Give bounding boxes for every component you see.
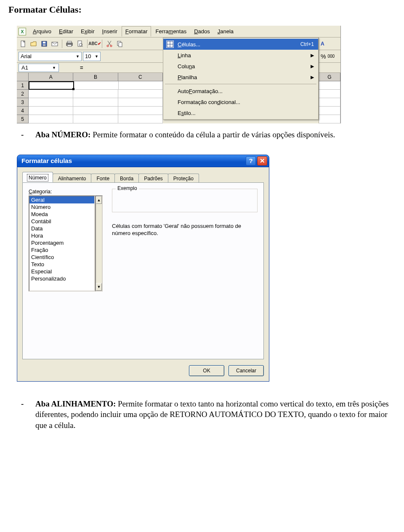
menu-janela[interactable]: Janela [214,27,237,36]
cell[interactable] [118,115,163,123]
font-size-combo[interactable]: 10▼ [83,52,101,61]
scroll-up-icon[interactable]: ▲ [96,196,102,204]
tab-padroes[interactable]: Padrões [138,174,168,183]
print-icon[interactable] [65,39,74,48]
dd-autoformatacao[interactable]: AutoFormatação... [163,86,318,96]
cell[interactable] [29,115,73,123]
ok-button[interactable]: OK [189,365,224,376]
dd-condicional[interactable]: Formatação condicional... [163,96,318,107]
list-item[interactable]: Texto [29,261,94,268]
dd-estilo[interactable]: Estilo... [163,107,318,118]
cell-a1[interactable] [29,81,74,90]
spellcheck-icon[interactable]: ABC✔ [90,39,99,48]
tab-numero[interactable]: Número [22,172,53,182]
spreadsheet-grid[interactable]: A B C 1 2 3 4 5 [17,73,163,123]
list-item[interactable]: Especial [29,268,94,275]
menu-arquivo[interactable]: Arquivo [29,27,55,36]
new-icon[interactable] [19,39,28,48]
cell[interactable] [73,90,118,98]
open-icon[interactable] [29,39,38,48]
cell[interactable] [319,81,340,90]
copy-icon[interactable] [115,39,125,48]
save-icon[interactable] [40,39,49,48]
cell[interactable] [319,107,340,115]
name-box[interactable]: A1▼ [19,64,59,72]
row-header[interactable]: 2 [17,90,29,98]
category-listbox[interactable]: Geral Número Moeda Contábil Data Hora Po… [29,195,95,291]
svg-point-11 [107,45,109,47]
col-header[interactable]: A [29,73,73,81]
svg-rect-5 [67,41,72,43]
cell[interactable] [319,98,340,107]
tab-fonte[interactable]: Fonte [91,174,115,183]
close-button[interactable]: ✕ [257,156,267,166]
dd-planilha[interactable]: Planilha ▶ [163,72,318,83]
tab-protecao[interactable]: Proteção [168,174,199,183]
cell[interactable] [118,107,163,115]
list-item[interactable]: Hora [29,232,94,239]
help-button[interactable]: ? [246,156,256,166]
cell[interactable] [73,115,118,123]
col-header[interactable]: C [118,73,163,81]
svg-line-10 [82,46,83,47]
cell[interactable] [29,98,73,107]
percent-icon[interactable]: % [321,53,326,60]
row-header[interactable]: 3 [17,98,29,107]
tab-panel-numero: Categoria: Geral Número Moeda Contábil D… [22,182,264,359]
cut-icon[interactable] [105,39,114,48]
col-header-g[interactable]: G [319,73,340,81]
submenu-arrow-icon: ▶ [311,75,314,80]
col-header[interactable]: B [73,73,118,81]
row-header[interactable]: 5 [17,115,29,123]
list-item[interactable]: Moeda [29,211,94,218]
blank-icon [166,73,174,81]
mail-icon[interactable] [50,39,59,48]
tab-borda[interactable]: Borda [114,174,139,183]
cell[interactable] [29,90,73,98]
list-item[interactable]: Científico [29,254,94,261]
list-item[interactable]: Porcentagem [29,239,94,246]
list-item[interactable]: Contábil [29,218,94,225]
cell[interactable] [74,81,118,90]
submenu-arrow-icon: ▶ [311,53,314,58]
list-item[interactable]: Fração [29,246,94,254]
cell[interactable] [118,98,163,107]
menu-exibir[interactable]: Exibir [77,27,98,36]
list-item[interactable]: Personalizado [29,275,94,282]
svg-rect-2 [43,42,45,43]
dd-coluna[interactable]: Coluna ▶ [163,61,318,72]
scroll-down-icon[interactable]: ▼ [96,283,102,291]
cell[interactable] [73,98,118,107]
list-item[interactable]: Data [29,225,94,232]
dialog-titlebar[interactable]: Formatar células ? ✕ [17,155,269,167]
list-item[interactable]: Número [29,203,94,211]
cells-icon [166,40,174,48]
menu-inserir[interactable]: Inserir [99,27,121,36]
cell[interactable] [29,107,73,115]
menu-editar[interactable]: Editar [56,27,77,36]
menu-ferramentas[interactable]: Ferramentas [152,27,190,36]
menu-formatar[interactable]: Formatar [122,26,152,37]
select-all-corner[interactable] [17,73,29,81]
row-header[interactable]: 4 [17,107,29,115]
list-item[interactable]: Geral [29,196,94,203]
cell[interactable] [319,90,340,98]
preview-icon[interactable] [75,39,85,48]
dd-linha[interactable]: Linha ▶ [163,50,318,61]
listbox-scrollbar[interactable]: ▲ ▼ [95,195,103,291]
cell[interactable] [118,90,163,98]
cell[interactable] [119,81,163,90]
zeros-icon[interactable]: 000 [327,54,335,59]
sort-az-icon[interactable]: A [321,41,324,47]
font-name-combo[interactable]: Arial▼ [19,52,82,61]
dd-celulas[interactable]: Células... Ctrl+1 [163,39,318,50]
cell[interactable] [73,107,118,115]
blank-icon [166,98,174,106]
excel-app-icon: X [19,28,26,35]
cancel-button[interactable]: Cancelar [229,365,264,376]
cell[interactable] [319,115,340,123]
row-header[interactable]: 1 [17,81,29,90]
dialog-tabs: Número Alinhamento Fonte Borda Padrões P… [22,171,264,182]
tab-alinhamento[interactable]: Alinhamento [53,174,92,183]
menu-dados[interactable]: Dados [191,27,213,36]
